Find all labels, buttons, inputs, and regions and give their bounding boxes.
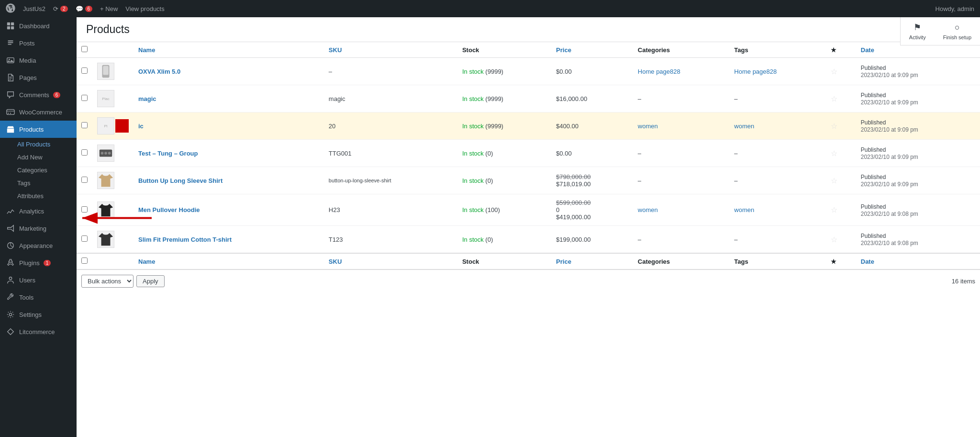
sku-header[interactable]: SKU: [324, 42, 457, 58]
row-star-cell[interactable]: ☆: [826, 167, 856, 194]
star-icon[interactable]: ☆: [831, 95, 837, 103]
footer-price[interactable]: Price: [551, 253, 633, 269]
row-name-cell[interactable]: ic: [134, 112, 324, 140]
star-icon[interactable]: ☆: [831, 235, 837, 244]
sidebar-item-dashboard[interactable]: Dashboard: [0, 17, 77, 34]
product-name-link[interactable]: Men Pullover Hoodie: [138, 206, 200, 213]
footer-date[interactable]: Date: [856, 253, 980, 269]
sidebar-label-marketing: Marketing: [19, 225, 46, 232]
row-star-cell[interactable]: ☆: [826, 112, 856, 140]
submenu-all-products[interactable]: All Products: [0, 138, 77, 151]
updates-icon: ⟳: [53, 5, 58, 12]
row-date-cell: Published2023/02/10 at 9:09 pm: [856, 112, 980, 140]
sidebar-item-posts[interactable]: Posts: [0, 34, 77, 52]
sidebar-item-settings[interactable]: Settings: [0, 306, 77, 323]
sidebar-item-users[interactable]: Users: [0, 271, 77, 289]
footer-sku[interactable]: SKU: [324, 253, 457, 269]
row-checkbox[interactable]: [81, 235, 88, 242]
site-name[interactable]: JustUs2: [23, 5, 45, 12]
row-name-cell[interactable]: Button Up Long Sleeve Shirt: [134, 167, 324, 194]
footer-name[interactable]: Name: [134, 253, 324, 269]
submenu-tags[interactable]: Tags: [0, 177, 77, 190]
sidebar-item-litcommerce[interactable]: Litcommerce: [0, 323, 77, 340]
sidebar-item-products[interactable]: Products: [0, 121, 77, 138]
select-all-checkbox[interactable]: [81, 46, 88, 52]
footer-checkbox[interactable]: [77, 253, 92, 269]
row-star-cell[interactable]: ☆: [826, 194, 856, 226]
row-name-cell[interactable]: magic: [134, 85, 324, 112]
product-name-link[interactable]: Slim Fit Premium Cotton T-shirt: [138, 236, 232, 243]
row-categories-cell[interactable]: women: [633, 112, 730, 140]
row-star-cell[interactable]: ☆: [826, 226, 856, 254]
activity-button[interactable]: ⚑ Activity: [901, 17, 935, 45]
row-checkbox[interactable]: [81, 149, 88, 156]
row-tags-cell[interactable]: women: [729, 112, 826, 140]
submenu-attributes[interactable]: Attributes: [0, 190, 77, 202]
sidebar-item-comments[interactable]: Comments 6: [0, 86, 77, 103]
row-name-cell[interactable]: Test – Tung – Group: [134, 140, 324, 167]
row-categories-cell[interactable]: women: [633, 194, 730, 226]
submenu-categories[interactable]: Categories: [0, 164, 77, 177]
name-header[interactable]: Name: [134, 42, 324, 58]
row-tags-cell[interactable]: Home page828: [729, 58, 826, 85]
sidebar-item-appearance[interactable]: Appearance: [0, 237, 77, 254]
price-header[interactable]: Price: [551, 42, 633, 58]
new-item[interactable]: + New: [100, 5, 118, 12]
row-checkbox[interactable]: [81, 177, 88, 183]
bulk-actions-select[interactable]: Bulk actions Delete: [81, 275, 134, 288]
row-categories-cell[interactable]: Home page828: [633, 58, 730, 85]
row-checkbox-cell[interactable]: [77, 112, 92, 140]
row-star-cell[interactable]: ☆: [826, 140, 856, 167]
select-all-header[interactable]: [77, 42, 92, 58]
star-icon[interactable]: ☆: [831, 149, 837, 157]
row-tags-cell[interactable]: women: [729, 194, 826, 226]
row-checkbox-cell[interactable]: [77, 58, 92, 85]
star-icon[interactable]: ☆: [831, 67, 837, 76]
finish-setup-button[interactable]: ○ Finish setup: [935, 17, 980, 45]
row-categories-cell: –: [633, 226, 730, 254]
row-name-cell[interactable]: OXVA Xlim 5.0: [134, 58, 324, 85]
row-checkbox[interactable]: [81, 206, 88, 213]
sidebar-item-pages[interactable]: Pages: [0, 69, 77, 86]
sidebar-label-litcommerce: Litcommerce: [19, 328, 55, 336]
product-name-link[interactable]: ic: [138, 123, 144, 130]
comments-item[interactable]: 💬 6: [76, 5, 93, 12]
footer-categories: Categories: [633, 253, 730, 269]
sidebar-item-analytics[interactable]: Analytics: [0, 202, 77, 220]
sidebar-item-plugins[interactable]: Plugins 1: [0, 254, 77, 271]
table-row: Button Up Long Sleeve Shirt button-up-lo…: [77, 167, 980, 194]
row-checkbox-cell[interactable]: [77, 85, 92, 112]
row-name-cell[interactable]: Men Pullover Hoodie: [134, 194, 324, 226]
row-checkbox-cell[interactable]: [77, 194, 92, 226]
product-name-link[interactable]: magic: [138, 95, 156, 102]
row-star-cell[interactable]: ☆: [826, 58, 856, 85]
star-icon[interactable]: ☆: [831, 206, 837, 214]
row-date-cell: Published2023/02/10 at 9:08 pm: [856, 226, 980, 254]
updates-item[interactable]: ⟳ 2: [53, 5, 68, 12]
sidebar-item-media[interactable]: Media: [0, 52, 77, 69]
row-checkbox[interactable]: [81, 122, 88, 128]
product-name-link[interactable]: Button Up Long Sleeve Shirt: [138, 177, 223, 184]
apply-button[interactable]: Apply: [136, 275, 165, 287]
product-name-link[interactable]: OXVA Xlim 5.0: [138, 68, 180, 75]
stock-header[interactable]: Stock: [457, 42, 551, 58]
star-icon[interactable]: ☆: [831, 177, 837, 185]
sidebar-item-woocommerce[interactable]: WooCommerce: [0, 103, 77, 121]
row-checkbox-cell[interactable]: [77, 226, 92, 254]
sidebar-item-tools[interactable]: Tools: [0, 289, 77, 306]
analytics-icon: [6, 206, 15, 216]
row-categories-cell: –: [633, 85, 730, 112]
product-name-link[interactable]: Test – Tung – Group: [138, 150, 198, 157]
row-checkbox[interactable]: [81, 95, 88, 101]
sidebar-label-products: Products: [19, 126, 44, 133]
submenu-add-new[interactable]: Add New: [0, 151, 77, 164]
footer-select-all[interactable]: [81, 258, 88, 264]
star-icon[interactable]: ☆: [831, 122, 837, 130]
view-products-link[interactable]: View products: [125, 5, 164, 12]
row-name-cell[interactable]: Slim Fit Premium Cotton T-shirt: [134, 226, 324, 254]
row-checkbox-cell[interactable]: [77, 167, 92, 194]
row-star-cell[interactable]: ☆: [826, 85, 856, 112]
row-checkbox-cell[interactable]: [77, 140, 92, 167]
row-checkbox[interactable]: [81, 67, 88, 74]
sidebar-item-marketing[interactable]: Marketing: [0, 220, 77, 237]
